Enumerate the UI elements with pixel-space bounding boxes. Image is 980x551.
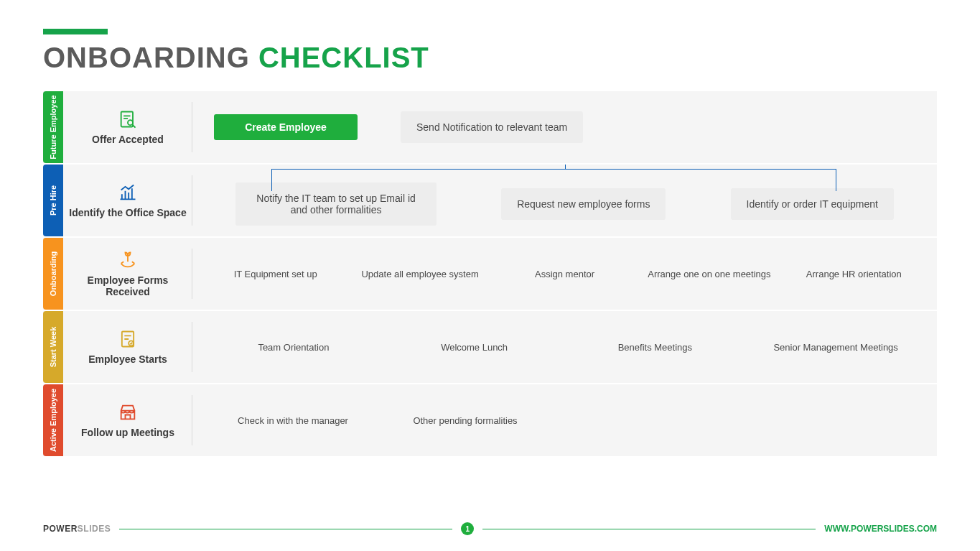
tab-onboarding: Onboarding <box>43 238 63 310</box>
stage-identify-office: Identify the Office Space <box>63 165 192 236</box>
tasks-row-0: Create Employee Send Notification to rel… <box>192 91 937 163</box>
task-text: Senior Management Meetings <box>756 342 915 353</box>
row-active-employee: Active Employee Follow up Meetings Check… <box>43 384 937 456</box>
stage-label: Identify the Office Space <box>69 207 186 218</box>
document-check-icon <box>118 329 138 349</box>
footer-line <box>482 529 816 529</box>
hands-plant-icon <box>118 250 138 270</box>
task-card: Request new employee forms <box>501 188 666 220</box>
storefront-icon <box>118 402 138 422</box>
row-future-employee: Future Employee Offer Accepted Create Em… <box>43 91 937 163</box>
brand-url: WWW.POWERSLIDES.COM <box>824 524 937 534</box>
slide-footer: POWERSLIDES 1 WWW.POWERSLIDES.COM <box>43 522 937 535</box>
task-card: Identify or order IT equipment <box>731 188 894 220</box>
row-start-week: Start Week Employee Starts Team Orientat… <box>43 311 937 383</box>
tab-pre-hire: Pre Hire <box>43 165 63 236</box>
task-text: Team Orientation <box>214 342 373 353</box>
svg-point-1 <box>128 120 133 125</box>
stage-label: Employee Forms Received <box>69 274 187 297</box>
accent-bar <box>43 29 108 34</box>
tasks-row-1: Notify the IT team to set up Email id an… <box>192 165 937 236</box>
tab-future-employee: Future Employee <box>43 91 63 163</box>
brand-name: POWERSLIDES <box>43 524 111 534</box>
task-text: Assign mentor <box>503 269 626 279</box>
task-text: Arrange HR orientation <box>793 269 915 279</box>
tasks-row-3: Team Orientation Welcome Lunch Benefits … <box>192 311 937 383</box>
task-card: Notify the IT team to set up Email id an… <box>235 182 437 226</box>
task-text: Arrange one on one meetings <box>648 269 770 279</box>
page-number: 1 <box>461 522 474 535</box>
task-text: Update all employee system <box>358 269 481 279</box>
footer-line <box>119 529 452 529</box>
create-employee-button[interactable]: Create Employee <box>214 114 358 140</box>
title-part-1: ONBOARDING <box>43 42 250 73</box>
stage-follow-up: Follow up Meetings <box>63 384 192 456</box>
tasks-row-4: Check in with the manager Other pending … <box>192 384 937 456</box>
task-text: Check in with the manager <box>235 415 350 426</box>
row-onboarding: Onboarding Employee Forms Received IT Eq… <box>43 238 937 310</box>
tasks-row-2: IT Equipment set up Update all employee … <box>192 238 937 310</box>
page-title: ONBOARDING CHECKLIST <box>43 42 937 74</box>
row-pre-hire: Pre Hire Identify the Office Space Notif… <box>43 165 937 236</box>
checklist-rows: Future Employee Offer Accepted Create Em… <box>43 91 937 456</box>
document-search-icon <box>118 109 138 129</box>
stage-label: Employee Starts <box>88 353 167 365</box>
stage-employee-starts: Employee Starts <box>63 311 192 383</box>
chart-growth-icon <box>118 182 138 203</box>
stage-label: Offer Accepted <box>92 134 164 145</box>
task-text: IT Equipment set up <box>214 269 337 279</box>
task-text: Benefits Meetings <box>576 342 735 353</box>
task-text: Welcome Lunch <box>395 342 554 353</box>
title-part-2: CHECKLIST <box>258 42 429 73</box>
tab-start-week: Start Week <box>43 311 63 383</box>
tab-active-employee: Active Employee <box>43 384 63 456</box>
task-card: Send Notification to relevant team <box>401 111 583 143</box>
stage-forms-received: Employee Forms Received <box>63 238 192 310</box>
stage-offer-accepted: Offer Accepted <box>63 91 192 163</box>
task-text: Other pending formalities <box>408 415 523 426</box>
stage-label: Follow up Meetings <box>81 427 174 438</box>
